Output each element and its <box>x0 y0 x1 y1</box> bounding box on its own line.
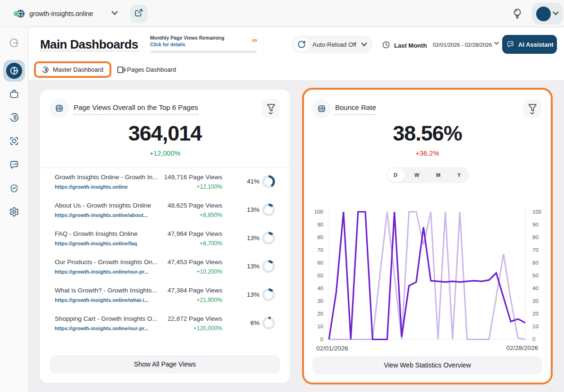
svg-text:60: 60 <box>532 260 539 266</box>
svg-text:0: 0 <box>320 336 323 342</box>
svg-text:20: 20 <box>317 311 323 317</box>
svg-text:10: 10 <box>532 324 539 329</box>
svg-text:70: 70 <box>532 247 539 253</box>
svg-text:80: 80 <box>532 234 539 240</box>
svg-text:50: 50 <box>317 273 323 278</box>
svg-text:100: 100 <box>314 209 323 215</box>
svg-text:60: 60 <box>317 260 323 266</box>
svg-text:40: 40 <box>317 285 323 291</box>
svg-text:70: 70 <box>317 247 323 253</box>
svg-text:30: 30 <box>317 298 323 304</box>
svg-text:10: 10 <box>317 324 323 329</box>
svg-text:40: 40 <box>532 285 539 291</box>
svg-text:50: 50 <box>532 273 539 278</box>
svg-text:90: 90 <box>317 222 323 227</box>
svg-text:30: 30 <box>532 298 539 304</box>
svg-text:80: 80 <box>317 234 323 240</box>
svg-text:100: 100 <box>532 209 541 215</box>
svg-text:90: 90 <box>532 222 539 227</box>
svg-text:20: 20 <box>532 311 539 317</box>
